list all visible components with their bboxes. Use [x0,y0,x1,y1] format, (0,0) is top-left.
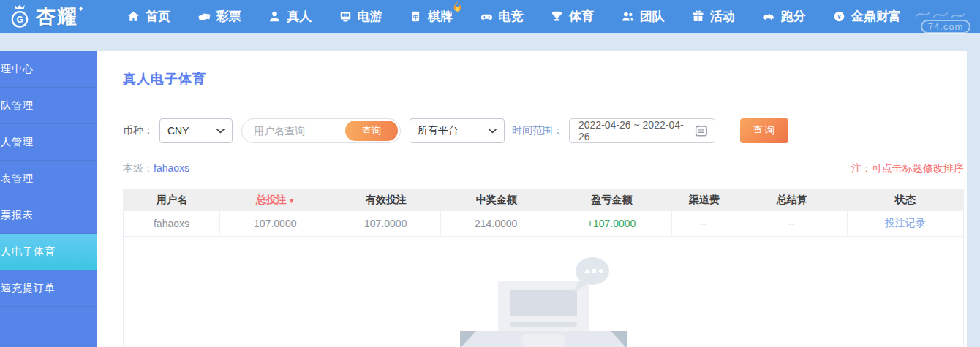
date-range-value: 2022-04-26 ~ 2022-04-26 [578,119,694,142]
sparkle-icon: ✦ [78,4,84,14]
mahjong-tile-icon: 中 [409,9,423,23]
nav-item-label: 体育 [569,8,594,25]
bet-records-link[interactable]: 投注记录 [848,211,963,236]
layout: 管理中心团队管理个人管理报表管理彩票报表真人电子体育极速充提订单 真人电子体育 … [0,51,980,347]
nav-menu: 首页彩票真人电游中棋牌电竞体育团队活动跑分¥金鼎财富 [127,8,901,25]
sidebar-item-label: 个人管理 [0,136,34,149]
nav-item-boardcards[interactable]: 中棋牌 [409,8,453,25]
column-header-5[interactable]: 渠道费 [672,194,736,207]
column-header-0[interactable]: 用户名 [124,194,220,207]
nav-item-label: 电竞 [499,8,524,25]
nav-item-label: 金鼎财富 [851,8,901,25]
flame-icon [451,0,464,12]
table-cell: 107.0000 [220,211,331,236]
column-header-label: 总结算 [777,194,807,205]
level-username[interactable]: fahaoxs [154,162,189,174]
table-cell: -- [672,211,736,236]
nav-item-sports[interactable]: 体育 [550,8,594,25]
date-range-input[interactable]: 2022-04-26 ~ 2022-04-26 [569,118,715,143]
nav-item-label: 棋牌 [428,8,453,25]
empty-inbox-illustration [450,239,637,347]
username-search-field: 查询 [241,118,401,143]
empty-state [124,237,963,347]
sidebar-item-label: 真人电子体育 [0,245,56,259]
column-header-label: 渠道费 [689,194,720,205]
nav-item-label: 彩票 [216,8,241,25]
brand-logo[interactable]: G 杏耀 ✦ [7,2,88,31]
nav-item-label: 首页 [146,8,170,25]
column-header-label: 用户名 [157,194,187,205]
username-input[interactable] [254,125,345,137]
table-cell: 107.0000 [331,211,441,236]
sidebar-item-member-manage[interactable]: 个人管理 [0,124,97,161]
nav-item-label: 团队 [640,8,665,25]
sidebar-item-label: 报表管理 [0,172,34,186]
sidebar-item-label: 极速充提订单 [0,282,56,295]
sidebar-item-label: 团队管理 [0,99,34,113]
nav-item-label: 跑分 [780,8,805,25]
sidebar-item-admin-center[interactable]: 管理中心 [0,51,97,88]
team-icon [621,9,635,23]
nav-item-label: 活动 [710,8,735,25]
currency-select[interactable]: CNY [159,118,233,143]
brand-name: 杏耀 [36,4,78,30]
sidebar-item-team-manage[interactable]: 团队管理 [0,88,97,124]
nav-item-jindingcaifu[interactable]: ¥金鼎财富 [832,8,901,25]
chevron-down-icon [216,129,225,134]
column-header-2[interactable]: 有效投注 [331,194,441,207]
trophy-icon [550,9,564,23]
column-header-3[interactable]: 中奖金额 [441,194,552,207]
level-label: 本级： [123,162,154,174]
currency-select-value: CNY [167,125,189,137]
calendar-icon [694,123,709,138]
nav-item-egames[interactable]: 电游 [339,8,382,25]
column-header-label: 总投注 [256,194,287,205]
nav-item-live[interactable]: 真人 [268,8,312,25]
sidebar-item-label: 管理中心 [0,63,34,76]
rhino-icon [761,9,775,23]
sort-note: 注：可点击标题修改排序 [851,162,964,175]
svg-text:¥: ¥ [837,14,841,20]
nav-item-paofen[interactable]: 跑分 [761,8,805,25]
report-table: 用户名总投注▼有效投注中奖金额盈亏金额渠道费总结算状态 fahaoxs107.0… [123,189,964,347]
column-header-7[interactable]: 状态 [848,194,963,207]
svg-text:G: G [16,14,23,24]
ticket-icon [197,9,211,23]
page-title: 真人电子体育 [123,70,964,88]
crown-badge-icon: G [7,2,32,31]
level-row: 本级：fahaoxs 注：可点击标题修改排序 [123,162,964,175]
current-level: 本级：fahaoxs [123,162,189,175]
column-header-label: 状态 [895,194,916,205]
gamepad-icon [480,9,494,23]
column-header-1[interactable]: 总投注▼ [220,194,331,207]
sub-band [0,33,980,51]
main-content: 真人电子体育 币种： CNY 查询 所有平台 时间范围： 20 [97,51,967,347]
coin-icon: ¥ [832,9,846,23]
platform-select[interactable]: 所有平台 [410,118,505,143]
svg-text:中: 中 [413,14,419,20]
nav-item-home[interactable]: 首页 [127,8,170,25]
sidebar-item-lottery-report[interactable]: 彩票报表 [0,197,97,234]
table-row: fahaoxs107.0000107.0000214.0000+107.0000… [124,211,963,237]
sidebar-item-live-esports[interactable]: 真人电子体育 [0,234,97,270]
nav-item-activity[interactable]: 活动 [691,8,735,25]
sidebar-item-report-manage[interactable]: 报表管理 [0,161,97,197]
nav-item-esports[interactable]: 电竞 [480,8,524,25]
column-header-label: 有效投注 [366,194,407,205]
table-cell: +107.0000 [551,211,671,236]
sidebar-item-quick-deposit-orders[interactable]: 极速充提订单 [0,270,97,307]
sort-desc-icon: ▼ [288,197,295,205]
home-icon [127,9,140,23]
nav-item-team[interactable]: 团队 [621,8,665,25]
column-header-4[interactable]: 盈亏金额 [551,194,671,207]
table-cell: 214.0000 [441,211,552,236]
sidebar: 管理中心团队管理个人管理报表管理彩票报表真人电子体育极速充提订单 [0,51,97,347]
nav-item-lottery[interactable]: 彩票 [197,8,241,25]
username-search-button[interactable]: 查询 [345,121,398,141]
column-header-label: 盈亏金额 [592,194,633,205]
platform-select-value: 所有平台 [418,124,459,137]
watermark-text: 74.com [921,20,971,34]
column-header-label: 中奖金额 [476,194,517,205]
search-button[interactable]: 查询 [740,118,788,143]
column-header-6[interactable]: 总结算 [736,194,848,207]
